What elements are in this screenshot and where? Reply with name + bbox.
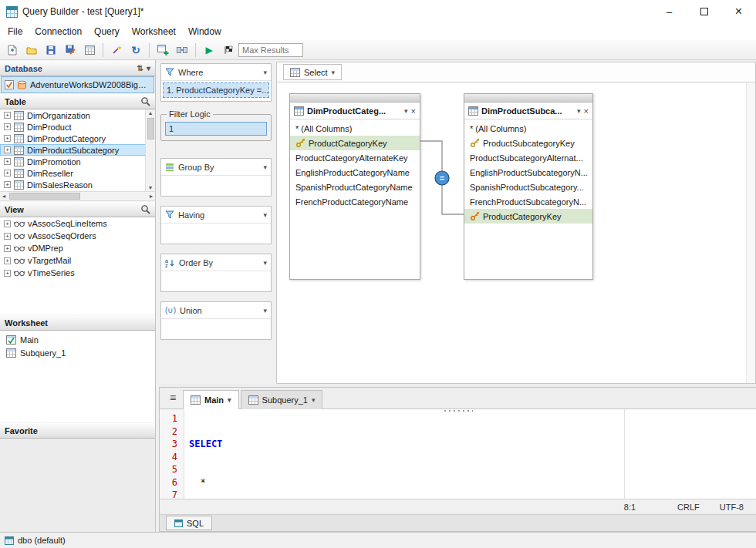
encoding[interactable]: UTF-8 [720,503,744,512]
expand-icon[interactable]: + [4,181,11,188]
expand-icon[interactable]: + [4,158,11,165]
group-by-header[interactable]: Group By ▾ [161,159,271,176]
tree-item-vassocseqlineitems[interactable]: + vAssocSeqLineItems [0,217,155,230]
expand-icon[interactable]: + [4,146,11,153]
execute-button[interactable]: ▶ [200,42,218,59]
table-tree-hscrollbar[interactable]: ◂ ▸ [0,191,155,201]
expand-icon[interactable]: + [4,270,11,277]
cursor-position: 8:1 [624,503,636,512]
minimize-button[interactable]: – [652,1,687,23]
menu-worksheet[interactable]: Worksheet [126,25,182,39]
sql-editor-panel: ≡ Main ▾ Subquery_1 ▾ 1 [159,387,756,532]
save-all-button[interactable] [61,42,79,59]
expand-icon[interactable]: + [4,220,11,227]
tree-item-dimreseller[interactable]: + DimReseller [0,167,155,179]
chevron-down-icon[interactable]: ▾ [263,307,267,314]
maximize-button[interactable] [687,1,721,23]
close-button[interactable]: × [721,1,756,23]
menu-window[interactable]: Window [182,25,228,39]
worksheet-item-subquery[interactable]: Subquery_1 [0,346,155,359]
order-by-clause: az Order By ▾ [160,254,272,292]
table-tree-vscrollbar[interactable]: ▴ ▾ [145,109,155,191]
tree-item-dimproductsubcategory-selected[interactable]: + DimProductSubcategory [0,144,155,156]
save-button[interactable] [42,42,60,59]
union-header[interactable]: (∪) Union ▾ [161,302,271,319]
format-sql-button[interactable] [107,42,126,59]
tree-item-dimproductcategory[interactable]: + DimProductCategory [0,133,155,144]
scroll-left-icon[interactable]: ◂ [0,193,8,200]
group-by-clause: Group By ▾ [160,158,272,197]
chevron-down-icon[interactable]: ▾ [263,259,267,267]
max-results-input[interactable] [238,43,303,57]
horizontal-splitter[interactable] [159,384,756,387]
tree-item-vtimeseries[interactable]: + vTimeSeries [0,267,155,279]
tree-item-vdmprep[interactable]: + vDMPrep [0,242,155,254]
export-button[interactable] [80,42,99,59]
expand-icon[interactable]: + [4,112,11,119]
scrollbar-thumb[interactable] [147,118,154,140]
where-header[interactable]: Where ▾ [161,64,271,81]
table-section-header[interactable]: Table [0,93,155,109]
chevron-down-icon[interactable]: ▾ [147,64,150,72]
expand-icon[interactable]: + [4,123,11,130]
sql-editor[interactable]: 1 2 3 4 5 6 7 SELECT * FROM [AdventureWo… [160,409,756,499]
scroll-down-icon[interactable]: ▾ [149,184,152,191]
join-equals-node[interactable]: = [277,82,755,383]
code-line: * [189,476,756,489]
auto-join-button[interactable] [173,42,191,59]
menu-file[interactable]: File [2,25,29,39]
scroll-up-icon[interactable]: ▴ [149,109,152,116]
canvas-toolbar: Select ▾ [277,62,755,82]
order-by-header[interactable]: az Order By ▾ [161,254,271,271]
chevron-down-icon[interactable]: ▾ [263,211,267,219]
expand-icon[interactable]: + [4,233,11,240]
diagram-canvas[interactable]: DimProductCateg... ▾ × * (All Columns) P… [277,82,755,383]
expand-icon[interactable]: + [4,245,11,252]
worksheet-icon [191,395,201,405]
new-file-button[interactable] [3,42,22,59]
favorite-section-header[interactable]: Favorite [0,422,155,439]
chevron-down-icon[interactable]: ▾ [263,163,267,171]
canvas-vscrollbar[interactable] [746,82,755,383]
worksheet-menu-button[interactable]: ≡ [163,388,183,407]
view-section-header[interactable]: View [0,201,155,217]
tree-item-dimproduct[interactable]: + DimProduct [0,121,155,133]
database-selector[interactable]: AdventureWorksDW2008BigOri... [1,76,154,93]
tab-main[interactable]: Main ▾ [183,390,239,409]
worksheet-item-main[interactable]: Main [0,333,155,346]
tree-item-dimsalesreason[interactable]: + DimSalesReason [0,179,155,190]
worksheet-icon [6,348,16,358]
having-header[interactable]: Having ▾ [161,207,271,224]
sql-code[interactable]: SELECT * FROM [AdventureWorksDW2008BigOr… [184,409,756,499]
expand-icon[interactable]: + [4,135,11,142]
tree-item-dimpromotion[interactable]: + DimPromotion [0,156,155,167]
search-icon[interactable] [140,204,150,214]
open-file-button[interactable] [22,42,41,59]
chevron-down-icon[interactable]: ▾ [228,396,231,404]
scrollbar-thumb[interactable] [9,193,80,200]
tree-item-vtargetmail[interactable]: + vTargetMail [0,254,155,267]
filter-logic-input[interactable] [165,122,267,136]
refresh-button[interactable]: ↻ [127,42,145,59]
checkbox-checked-icon[interactable] [5,80,14,89]
expand-icon[interactable]: + [4,170,11,177]
execute-edit-button[interactable] [219,42,238,59]
expand-icon[interactable]: + [4,257,11,264]
where-condition-item[interactable]: 1. ProductCategoryKey =... [163,82,269,98]
chevron-down-icon[interactable]: ▾ [263,69,267,76]
tab-sql[interactable]: SQL [166,516,212,530]
chevron-down-icon[interactable]: ▾ [312,396,316,404]
worksheet-section-header[interactable]: Worksheet [0,314,155,331]
search-icon[interactable] [140,96,150,106]
database-section-header[interactable]: Database ⇅ ▾ [0,60,155,76]
scroll-right-icon[interactable]: ▸ [147,193,155,200]
line-ending[interactable]: CRLF [677,503,700,512]
tab-subquery[interactable]: Subquery_1 ▾ [241,390,323,409]
sort-icon[interactable]: ⇅ [137,64,143,72]
menu-query[interactable]: Query [88,25,126,39]
tree-item-dimorganization[interactable]: + DimOrganization [0,109,155,121]
select-dropdown[interactable]: Select ▾ [283,64,342,80]
menu-connection[interactable]: Connection [29,25,88,39]
tree-item-vassocseqorders[interactable]: + vAssocSeqOrders [0,230,155,242]
add-table-button[interactable] [154,42,172,59]
